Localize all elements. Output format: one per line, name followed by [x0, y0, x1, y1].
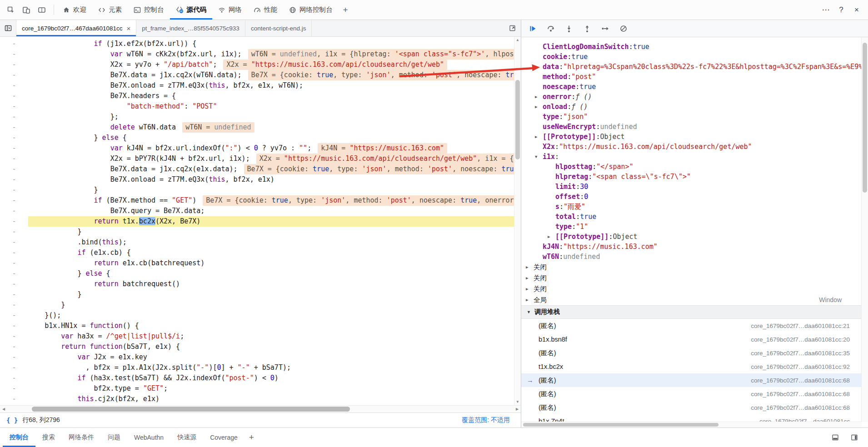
scope-property[interactable]: ▶[[Prototype]]: Object	[521, 232, 862, 242]
editor-vertical-scrollbar[interactable]: ▲ ▼	[514, 37, 521, 405]
step-button[interactable]	[599, 22, 612, 35]
scope-property[interactable]: ▶onload: ƒ ()	[521, 102, 862, 112]
code-line[interactable]: - }	[0, 300, 514, 310]
triangle-right-icon[interactable]: ▶	[526, 265, 534, 269]
editor-horizontal-scrollbar[interactable]: ◀ ▶	[0, 405, 521, 412]
code-line[interactable]: - if (ha3x.test(bSa7T) && J2x.indexOf("p…	[0, 373, 514, 383]
breakpoint-gutter[interactable]: -	[0, 185, 28, 195]
panel-tab-performance[interactable]: 性能	[248, 0, 283, 20]
drawer-tab-item[interactable]: 网络条件	[62, 428, 101, 447]
call-stack-frame[interactable]: (匿名)core_1679bc02f7…daa601081cc:35	[521, 346, 862, 360]
resume-button[interactable]	[526, 22, 539, 35]
call-stack-frame[interactable]: b1x.Zn4tcore_1679bc02f7…daa601081cc	[521, 414, 862, 422]
sidebar-horizontal-scrollbar[interactable]	[521, 422, 862, 427]
code-line[interactable]: - }();	[0, 310, 514, 321]
panel-tab-console[interactable]: 控制台	[128, 0, 170, 20]
breakpoint-gutter[interactable]: -	[0, 133, 28, 143]
step-into-button[interactable]	[562, 22, 576, 35]
pretty-print-button[interactable]: { }	[6, 417, 18, 424]
code-editor[interactable]: - if (j1x.ef2x(bf2x.url)) {- var wT6N = …	[0, 37, 521, 405]
breakpoint-gutter[interactable]: -	[0, 268, 28, 279]
code-line[interactable]: - return e1x.cb(batchrequest)	[0, 258, 514, 268]
code-line[interactable]: - } else {	[0, 268, 514, 279]
triangle-right-icon[interactable]: ▶	[548, 234, 555, 239]
breakpoint-gutter[interactable]: -	[0, 80, 28, 91]
code-line[interactable]: - Be7X.query = Be7X.data;	[0, 206, 514, 216]
breakpoint-gutter[interactable]: -	[0, 174, 28, 185]
open-file-panel-button[interactable]	[504, 20, 521, 36]
file-tab[interactable]: content-script-end.js	[245, 20, 312, 36]
code-line[interactable]: - Be7X.onload = zT7M.eQ3x(this, bf2x, e1…	[0, 80, 514, 91]
breakpoint-gutter[interactable]: -	[0, 331, 28, 342]
code-line[interactable]: - X2x = yv7o + "/api/batch";X2x = "https…	[0, 60, 514, 70]
device-button[interactable]	[19, 3, 34, 17]
scroll-down-icon[interactable]: ▼	[514, 399, 521, 405]
dock-right-button[interactable]	[847, 430, 862, 445]
dock-bottom-button[interactable]	[828, 430, 843, 445]
code-line[interactable]: - }	[0, 227, 514, 237]
inspect-button[interactable]	[4, 3, 18, 17]
call-stack-frame[interactable]: (匿名)core_1679bc02f7…daa601081cc:68	[521, 401, 862, 414]
breakpoint-gutter[interactable]: -	[0, 352, 28, 363]
code-line[interactable]: - var wT6N = cKk2x(bf2x.url, i1x);wT6N =…	[0, 49, 514, 60]
triangle-right-icon[interactable]: ▶	[526, 276, 534, 280]
add-drawer-tool-button[interactable]: +	[244, 428, 259, 447]
breakpoint-gutter[interactable]: -	[0, 383, 28, 394]
call-stack-frame-current[interactable]: →(匿名)core_1679bc02f7…daa601081cc:68	[521, 373, 862, 387]
code-line[interactable]: - , bf2x = p1x.A1x(J2x.split("-")[0] + "…	[0, 363, 514, 373]
toggle-navigator-button[interactable]	[0, 20, 16, 36]
scroll-up-icon[interactable]: ▲	[514, 37, 521, 43]
scope-property[interactable]: ▶[[Prototype]]: Object	[521, 132, 862, 142]
breakpoint-gutter[interactable]: -	[0, 206, 28, 216]
triangle-right-icon[interactable]: ▶	[535, 104, 543, 109]
code-line[interactable]: - };	[0, 112, 514, 122]
breakpoint-gutter[interactable]: -	[0, 310, 28, 321]
drawer-tab-item[interactable]: 控制台	[3, 428, 35, 447]
code-line[interactable]: - } else {	[0, 133, 514, 143]
call-stack-frame[interactable]: (匿名)core_1679bc02f7…daa601081cc:68	[521, 387, 862, 401]
scrollbar-thumb[interactable]	[863, 43, 867, 193]
code-line[interactable]: - if (Be7X.method == "GET")Be7X = {cooki…	[0, 195, 514, 206]
breakpoint-gutter[interactable]: -	[0, 300, 28, 310]
breakpoint-gutter[interactable]: -	[0, 394, 28, 404]
call-stack-header[interactable]: ▼ 调用堆栈	[521, 305, 862, 319]
step-out-button[interactable]	[580, 22, 594, 35]
panel-tab-network[interactable]: 网络	[212, 0, 248, 20]
code-line[interactable]: - if (j1x.ef2x(bf2x.url)) {	[0, 39, 514, 49]
breakpoint-gutter[interactable]: -	[0, 237, 28, 248]
code-line[interactable]: - if (e1x.cb) {	[0, 248, 514, 258]
breakpoint-gutter[interactable]: -	[0, 49, 28, 60]
breakpoint-gutter[interactable]: -	[0, 258, 28, 268]
panel-tab-network-console[interactable]: 网络控制台	[283, 0, 339, 20]
breakpoint-gutter[interactable]: -	[0, 227, 28, 237]
collapse-icon[interactable]: ▼	[527, 310, 531, 314]
code-line[interactable]: - return batchrequest()	[0, 279, 514, 289]
paused-code-line[interactable]: - return t1x.bc2x(X2x, Be7X)	[0, 216, 514, 227]
code-line[interactable]: - return function(bSa7T, e1x) {	[0, 342, 514, 352]
breakpoint-gutter[interactable]: -	[0, 289, 28, 300]
breakpoint-gutter[interactable]: -	[0, 321, 28, 331]
triangle-right-icon[interactable]: ▶	[526, 287, 534, 291]
code-line[interactable]: - var ha3x = /^get|list|pull$/i;	[0, 331, 514, 342]
call-stack-frame[interactable]: t1x.bc2xcore_1679bc02f7…daa601081cc:92	[521, 360, 862, 373]
step-over-button[interactable]	[544, 22, 558, 35]
more-options-button[interactable]: ⋯	[818, 2, 833, 18]
breakpoint-gutter[interactable]: -	[0, 164, 28, 174]
scope-section[interactable]: ▶关闭	[521, 262, 862, 273]
call-stack-frame[interactable]: b1x.bsn8fcore_1679bc02f7…daa601081cc:20	[521, 333, 862, 346]
scope-property[interactable]: ▶onerror: ƒ ()	[521, 92, 862, 102]
breakpoint-gutter[interactable]: -	[0, 279, 28, 289]
more-panels-button[interactable]: +	[339, 0, 353, 20]
breakpoint-gutter[interactable]: -	[0, 60, 28, 70]
code-line[interactable]: - }	[0, 289, 514, 300]
code-line[interactable]: - }	[0, 185, 514, 195]
panel-tab-elements[interactable]: 元素	[92, 0, 128, 20]
triangle-right-icon[interactable]: ▶	[535, 94, 543, 99]
scrollbar-thumb[interactable]	[523, 423, 718, 427]
code-line[interactable]: - "batch-method": "POST"	[0, 101, 514, 112]
code-line[interactable]: - bf2x.type = "GET";	[0, 383, 514, 394]
deactivate-breakpoints-button[interactable]	[617, 22, 630, 35]
scroll-left-icon[interactable]: ◀	[0, 406, 7, 412]
breakpoint-gutter[interactable]: -	[0, 373, 28, 383]
code-line[interactable]: - .bind(this);	[0, 237, 514, 248]
